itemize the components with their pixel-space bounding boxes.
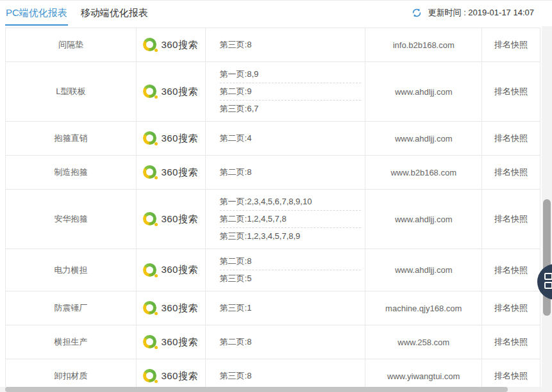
keyword-cell: 电力横担 — [6, 249, 137, 291]
360-search-logo-icon — [143, 165, 158, 180]
engine-cell: 360搜索 — [137, 291, 206, 325]
snapshot-link[interactable]: 排名快照 — [482, 28, 540, 61]
horizontal-scrollbar-track[interactable] — [0, 387, 542, 392]
snapshot-link[interactable]: 排名快照 — [482, 156, 540, 189]
table-row: 安华抱箍 360搜索 第一页:2,3,4,5,6,7,8,9,10第二页:1,2… — [6, 190, 540, 249]
domain-cell: www.258.com — [365, 325, 482, 359]
tab-mobile-report[interactable]: 移动端优化报表 — [80, 6, 149, 26]
table-row: 防震锤厂 360搜索 第三页:1 machine.qjy168.com 排名快照 — [6, 291, 540, 325]
domain-cell: www.ahdljj.com — [365, 62, 482, 121]
engine-cell: 360搜索 — [137, 62, 206, 121]
report-tabs: PC端优化报表 移动端优化报表 — [5, 6, 149, 26]
table-row: 横担生产 360搜索 第二页:8 www.258.com 排名快照 — [6, 325, 540, 359]
360-search-logo-icon — [143, 300, 158, 316]
table-row: 间隔垫 360搜索 第三页:8 info.b2b168.com 排名快照 — [6, 28, 540, 62]
engine-cell: 360搜索 — [137, 122, 206, 155]
360-search-logo-icon — [143, 131, 158, 146]
engine-cell: 360搜索 — [137, 190, 206, 249]
engine-name-label: 360搜索 — [161, 167, 198, 179]
pages-cell: 第一页:8,9第二页:9第三页:6,7 — [206, 62, 366, 121]
snapshot-link[interactable]: 排名快照 — [482, 190, 540, 249]
table-row: 抱箍直销 360搜索 第二页:4 www.ahdljj.com 排名快照 — [6, 122, 540, 156]
keyword-cell: 抱箍直销 — [6, 122, 137, 155]
engine-name-label: 360搜索 — [161, 264, 198, 276]
pages-cell: 第二页:4 — [206, 122, 366, 155]
refresh-icon[interactable] — [411, 7, 422, 19]
domain-cell: www.ahdljj.com — [365, 249, 482, 291]
engine-name-label: 360搜索 — [161, 213, 198, 225]
engine-name-label: 360搜索 — [161, 86, 198, 98]
snapshot-link[interactable]: 排名快照 — [482, 325, 540, 359]
page-rank-line: 第一页:2,3,4,5,6,7,8,9,10 — [220, 193, 362, 211]
page-rank-line: 第二页:8 — [220, 164, 362, 181]
snapshot-link[interactable]: 排名快照 — [482, 122, 540, 155]
domain-cell: www.ahdljj.com — [365, 122, 482, 155]
keyword-cell: L型联板 — [6, 62, 137, 121]
page-rank-line: 第三页:5 — [220, 270, 362, 287]
engine-cell: 360搜索 — [137, 249, 206, 291]
keyword-cell: 防震锤厂 — [6, 291, 137, 325]
page-rank-line: 第三页:1,2,3,4,5,7,8,9 — [220, 228, 362, 245]
360-search-logo-icon — [143, 263, 158, 278]
page-rank-line: 第二页:1,2,4,5,7,8 — [220, 211, 362, 228]
tab-bar: PC端优化报表 移动端优化报表 更新时间 : 2019-01-17 14:07 — [0, 1, 552, 28]
domain-cell: machine.qjy168.com — [365, 291, 482, 325]
table-row: L型联板 360搜索 第一页:8,9第二页:9第三页:6,7 www.ahdlj… — [6, 62, 540, 122]
engine-name-label: 360搜索 — [161, 133, 198, 145]
update-time-label: 更新时间 : 2019-01-17 14:07 — [428, 7, 534, 19]
page-rank-line: 第三页:6,7 — [220, 101, 362, 117]
page-rank-line: 第二页:4 — [220, 130, 362, 147]
pages-cell: 第三页:1 — [206, 291, 366, 325]
vertical-scrollbar-track[interactable] — [542, 26, 552, 392]
360-search-logo-icon — [143, 368, 158, 384]
pages-cell: 第二页:8 — [206, 156, 366, 189]
snapshot-link[interactable]: 排名快照 — [482, 62, 540, 121]
page-rank-line: 第二页:9 — [220, 83, 362, 101]
engine-name-label: 360搜索 — [161, 370, 198, 382]
domain-cell: www.ahdljj.com — [365, 190, 482, 249]
360-search-logo-icon — [143, 84, 158, 99]
report-table: 间隔垫 360搜索 第三页:8 info.b2b168.com 排名快照 L型联… — [5, 28, 540, 392]
page-rank-line: 第一页:8,9 — [220, 66, 362, 83]
pages-cell: 第一页:2,3,4,5,6,7,8,9,10第二页:1,2,4,5,7,8第三页… — [206, 190, 366, 249]
360-search-logo-icon — [143, 334, 158, 350]
table-row: 电力横担 360搜索 第二页:8第三页:5 www.ahdljj.com 排名快… — [6, 249, 540, 291]
pages-cell: 第二页:8 — [206, 325, 366, 359]
keyword-cell: 制造抱箍 — [6, 156, 137, 189]
engine-name-label: 360搜索 — [161, 302, 198, 314]
engine-name-label: 360搜索 — [161, 39, 198, 51]
page-rank-line: 第二页:8 — [220, 334, 362, 350]
keyword-cell: 横担生产 — [6, 325, 137, 359]
page-rank-line: 第二页:8 — [220, 253, 362, 270]
windows-panels-icon — [544, 273, 552, 289]
engine-name-label: 360搜索 — [161, 336, 198, 348]
engine-cell: 360搜索 — [137, 156, 206, 189]
360-search-logo-icon — [143, 211, 158, 227]
page-rank-line: 第三页:1 — [220, 300, 362, 316]
pages-cell: 第三页:8 — [206, 28, 366, 61]
page-rank-line: 第三页:8 — [220, 37, 362, 53]
domain-cell: info.b2b168.com — [365, 28, 482, 61]
horizontal-scrollbar-thumb[interactable] — [5, 387, 508, 392]
tab-pc-report[interactable]: PC端优化报表 — [5, 6, 68, 26]
snapshot-link[interactable]: 排名快照 — [482, 291, 540, 325]
360-search-logo-icon — [143, 37, 158, 53]
domain-cell: www.b2b168.com — [365, 156, 482, 189]
table-row: 制造抱箍 360搜索 第二页:8 www.b2b168.com 排名快照 — [6, 156, 540, 190]
keyword-cell: 安华抱箍 — [6, 190, 137, 249]
pages-cell: 第二页:8第三页:5 — [206, 249, 366, 291]
snapshot-link[interactable]: 排名快照 — [482, 249, 540, 291]
update-area: 更新时间 : 2019-01-17 14:07 — [411, 7, 534, 19]
engine-cell: 360搜索 — [137, 325, 206, 359]
keyword-cell: 间隔垫 — [6, 28, 137, 61]
engine-cell: 360搜索 — [137, 28, 206, 61]
page-rank-line: 第三页:8 — [220, 368, 362, 384]
